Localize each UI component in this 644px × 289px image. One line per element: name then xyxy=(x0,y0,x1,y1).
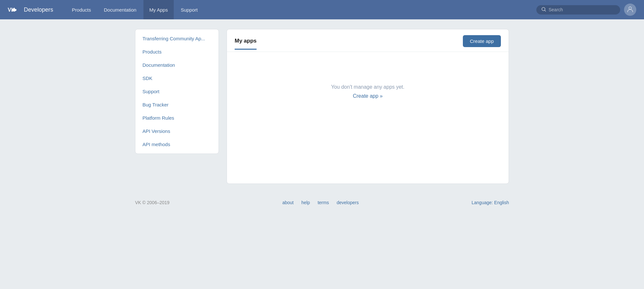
search-input[interactable] xyxy=(549,7,615,12)
empty-state: You don't manage any apps yet. Create ap… xyxy=(227,52,509,131)
footer-link-help[interactable]: help xyxy=(301,200,310,205)
header-right xyxy=(536,4,636,16)
sidebar-item-transferring[interactable]: Transferring Community Ap... xyxy=(135,32,219,45)
content-header: My apps Create app xyxy=(227,29,509,52)
sidebar-item-sdk[interactable]: SDK xyxy=(135,72,219,85)
footer-links: about help terms developers xyxy=(282,200,359,205)
footer-language: Language: English xyxy=(472,200,509,205)
language-value[interactable]: English xyxy=(494,200,509,205)
empty-message: You don't manage any apps yet. xyxy=(331,84,405,90)
sidebar-item-api-methods[interactable]: API methods xyxy=(135,138,219,151)
svg-text:VK: VK xyxy=(8,7,15,13)
nav-my-apps[interactable]: My Apps xyxy=(143,0,174,19)
sidebar-item-products[interactable]: Products xyxy=(135,45,219,58)
brand-label: Developers xyxy=(24,6,53,13)
sidebar-item-bug-tracker[interactable]: Bug Tracker xyxy=(135,98,219,111)
search-box[interactable] xyxy=(536,5,620,15)
footer-link-terms[interactable]: terms xyxy=(317,200,329,205)
main-container: Transferring Community Ap... Products Do… xyxy=(129,19,515,194)
footer: VK © 2006–2019 about help terms develope… xyxy=(129,194,515,215)
create-app-link[interactable]: Create app » xyxy=(353,93,383,99)
sidebar-item-documentation[interactable]: Documentation xyxy=(135,58,219,72)
language-label: Language: xyxy=(472,200,493,205)
nav-support[interactable]: Support xyxy=(175,0,204,19)
main-nav: Products Documentation My Apps Support xyxy=(66,0,536,19)
nav-documentation[interactable]: Documentation xyxy=(98,0,142,19)
footer-copyright: VK © 2006–2019 xyxy=(135,200,170,205)
my-apps-tab[interactable]: My apps xyxy=(235,38,257,50)
sidebar-item-platform-rules[interactable]: Platform Rules xyxy=(135,111,219,125)
nav-products[interactable]: Products xyxy=(66,0,97,19)
header: VK Developers Products Documentation My … xyxy=(0,0,644,19)
content-area: My apps Create app You don't manage any … xyxy=(227,29,509,184)
svg-line-2 xyxy=(545,10,546,11)
avatar-button[interactable] xyxy=(624,4,636,16)
footer-link-developers[interactable]: developers xyxy=(337,200,359,205)
footer-link-about[interactable]: about xyxy=(282,200,294,205)
sidebar-item-api-versions[interactable]: API Versions xyxy=(135,125,219,138)
sidebar-item-support[interactable]: Support xyxy=(135,85,219,98)
sidebar: Transferring Community Ap... Products Do… xyxy=(135,29,219,154)
vk-logo-icon: VK xyxy=(8,6,21,14)
search-icon xyxy=(542,7,546,13)
vk-logo-link[interactable]: VK Developers xyxy=(8,6,53,14)
create-app-button[interactable]: Create app xyxy=(463,35,501,47)
avatar-icon xyxy=(627,5,634,14)
svg-point-3 xyxy=(629,7,631,9)
